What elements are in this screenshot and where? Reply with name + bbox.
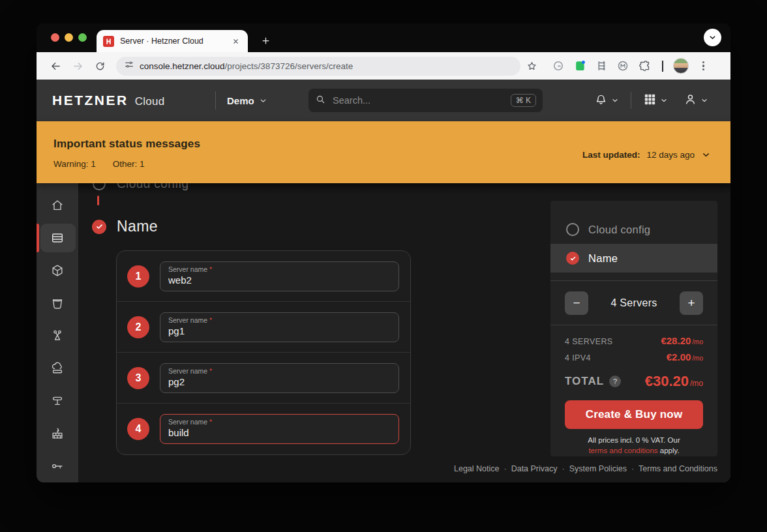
tab-title: Server · Hetzner Cloud <box>120 37 230 46</box>
server-name-field-2[interactable]: Server name * <box>160 312 399 342</box>
decrease-servers-button[interactable]: − <box>565 291 588 315</box>
back-icon[interactable] <box>46 57 65 75</box>
sidebar-item-storage[interactable] <box>37 288 78 319</box>
toolbar-divider <box>662 61 663 72</box>
legal-notice-link[interactable]: Legal Notice <box>454 464 500 473</box>
sidebar-item-security[interactable] <box>37 451 78 482</box>
panel-step-name[interactable]: Name <box>550 244 717 273</box>
forward-icon[interactable] <box>68 57 87 75</box>
profile-avatar[interactable] <box>673 58 689 74</box>
vat-note: All prices incl. 0 % VAT. Our terms and … <box>578 436 690 456</box>
section-title: Name <box>117 218 158 235</box>
search-input[interactable] <box>331 95 511 106</box>
hetzner-header: HETZNER Cloud Demo ⌘ K <box>37 80 730 121</box>
total-help-icon[interactable]: ? <box>609 376 621 387</box>
bookmark-star-icon[interactable] <box>522 57 541 75</box>
reload-icon[interactable] <box>91 57 109 75</box>
panel-step-label: Name <box>588 252 618 265</box>
home-icon <box>50 198 65 213</box>
sidebar-item-images[interactable] <box>37 255 78 286</box>
server-name-field-4[interactable]: Server name * <box>160 414 399 444</box>
notifications-menu[interactable] <box>586 93 627 109</box>
pricing-summary: 4 SERVERS €28.20/mo 4 IPV4 €2.00/mo TOTA… <box>550 325 717 456</box>
field-label: Server name <box>168 367 207 375</box>
tab-close-icon[interactable] <box>230 35 241 47</box>
servers-icon <box>50 231 65 245</box>
firewall-icon <box>50 426 65 441</box>
status-banner: Important status messages Warning: 1 Oth… <box>37 121 730 183</box>
address-bar[interactable]: console.hetzner.cloud/projects/3873726/s… <box>116 57 520 76</box>
server-name-row: 3 Server name * <box>117 353 410 404</box>
browser-menu-icon[interactable] <box>695 59 711 74</box>
radio-unchecked-icon <box>566 223 579 236</box>
browser-tab[interactable]: Server · Hetzner Cloud <box>97 30 248 52</box>
search-icon <box>315 94 326 108</box>
new-tab-button[interactable] <box>257 32 274 49</box>
other-count: Other: 1 <box>113 159 145 169</box>
hetzner-logo[interactable]: HETZNER Cloud <box>52 93 165 108</box>
browser-window: Server · Hetzner Cloud console.hetzner.c… <box>37 23 730 482</box>
server-count-stepper: − 4 Servers + <box>550 281 717 325</box>
search-shortcut-badge: ⌘ K <box>511 94 536 107</box>
key-icon <box>50 459 65 473</box>
chevron-down-icon <box>701 150 711 160</box>
order-summary-panel: Cloud config Name − 4 Servers + <box>550 201 717 456</box>
banner-expand[interactable]: Last updated: 12 days ago <box>582 150 711 160</box>
site-settings-icon[interactable] <box>124 59 134 72</box>
account-menu[interactable] <box>676 93 716 109</box>
close-window-button[interactable] <box>51 33 59 42</box>
check-circle-icon <box>566 252 579 265</box>
tab-search-button[interactable] <box>704 29 721 46</box>
global-search[interactable]: ⌘ K <box>308 89 543 112</box>
server-name-field-3[interactable]: Server name * <box>160 363 399 393</box>
price-value: €28.20/mo <box>661 335 703 346</box>
price-row: 4 SERVERS €28.20/mo <box>565 335 703 346</box>
sidebar-item-firewalls[interactable] <box>37 418 78 449</box>
total-period: /mo <box>690 379 703 388</box>
row-number-badge: 1 <box>127 265 149 288</box>
terms-conditions-link[interactable]: Terms and Conditions <box>639 464 717 473</box>
step-cloud-config[interactable]: Cloud config <box>93 183 188 191</box>
sidebar-item-networks[interactable] <box>37 385 78 417</box>
terms-link[interactable]: terms and conditions <box>588 447 657 454</box>
extensions-area <box>550 58 711 74</box>
server-name-input-3[interactable] <box>168 376 391 387</box>
server-name-input-2[interactable] <box>168 325 391 336</box>
extensions-puzzle-icon[interactable] <box>637 58 652 74</box>
server-name-field-1[interactable]: Server name * <box>160 261 399 291</box>
server-name-input-4[interactable] <box>168 426 391 438</box>
price-period: /mo <box>692 355 703 362</box>
create-buy-button[interactable]: Create & Buy now <box>565 400 703 429</box>
data-privacy-link[interactable]: Data Privacy <box>511 464 558 473</box>
bucket-icon <box>50 296 65 310</box>
total-value: €30.20/mo <box>645 373 703 390</box>
increase-servers-button[interactable]: + <box>680 291 703 315</box>
minimize-window-button[interactable] <box>65 33 73 42</box>
row-number-badge: 2 <box>127 316 149 338</box>
header-actions <box>586 80 716 121</box>
app-body: Cloud config Name 1 Server name * <box>37 183 730 482</box>
extension-outliner-icon[interactable] <box>594 58 609 74</box>
extension-g-icon[interactable] <box>550 58 566 74</box>
panel-step-cloud-config[interactable]: Cloud config <box>550 215 717 244</box>
sidebar-item-placement-groups[interactable] <box>37 320 78 351</box>
cube-icon <box>50 263 65 278</box>
extension-evernote-icon[interactable] <box>572 58 588 74</box>
total-label: TOTAL <box>565 375 604 388</box>
sidebar-item-servers[interactable] <box>37 222 78 254</box>
apps-grid-icon <box>643 93 657 109</box>
price-label: 4 SERVERS <box>565 337 613 346</box>
zoom-window-button[interactable] <box>78 33 87 42</box>
project-selector[interactable]: Demo <box>227 80 267 121</box>
server-name-input-1[interactable] <box>168 274 391 286</box>
section-name-heading: Name <box>92 218 158 235</box>
network-icon <box>50 394 65 408</box>
traffic-lights <box>51 33 87 42</box>
brand-product: Cloud <box>135 95 165 108</box>
apps-menu[interactable] <box>635 93 676 109</box>
system-policies-link[interactable]: System Policies <box>569 464 627 473</box>
extension-m-circle-icon[interactable] <box>615 58 631 74</box>
sidebar-item-home[interactable] <box>37 190 78 221</box>
sidebar-item-floating-ips[interactable] <box>37 353 78 384</box>
server-names-card: 1 Server name * 2 Server name * 3 <box>116 250 411 455</box>
